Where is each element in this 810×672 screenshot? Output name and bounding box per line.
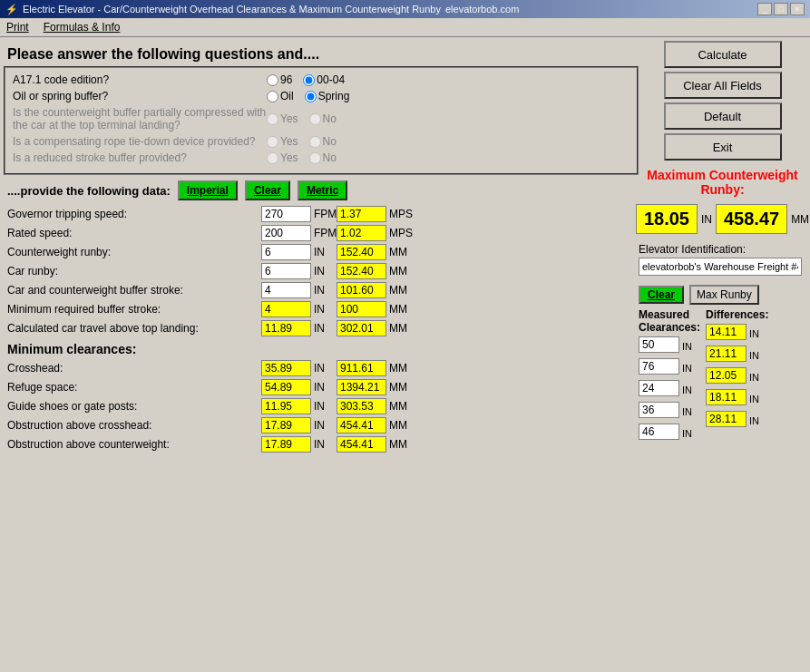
data-section: ....provide the following data: Imperial… bbox=[4, 180, 639, 336]
clear-data-button[interactable]: Clear bbox=[245, 180, 290, 200]
diff-input-2[interactable] bbox=[706, 367, 747, 384]
differences-col: Differences: IN IN IN I bbox=[706, 308, 768, 433]
app-icon: ⚡ bbox=[5, 4, 18, 15]
clear-measured-button[interactable]: Clear bbox=[639, 286, 684, 304]
obs-cw-metric-input[interactable] bbox=[337, 436, 386, 453]
exit-button[interactable]: Exit bbox=[664, 133, 782, 161]
max-runby-button[interactable]: Max Runby bbox=[689, 285, 759, 305]
question-label-5: Is a reduced stroke buffer provided? bbox=[13, 151, 267, 164]
radio-q4-no bbox=[309, 136, 321, 148]
buffer-stroke-input[interactable] bbox=[261, 282, 311, 298]
radio-q1-0004[interactable] bbox=[303, 74, 315, 86]
obs-cw-unit: IN bbox=[311, 438, 337, 451]
clearance-label-4: Obstruction above counterweight: bbox=[7, 438, 261, 451]
diff-row-1: IN bbox=[706, 346, 768, 365]
diff-unit-2: IN bbox=[749, 372, 766, 383]
min-clearances-section: Minimum clearances: Crosshead: IN MM Ref… bbox=[4, 342, 639, 453]
guide-shoes-input[interactable] bbox=[261, 398, 311, 414]
rated-speed-input[interactable] bbox=[261, 225, 311, 241]
car-travel-input[interactable] bbox=[261, 320, 311, 336]
radio-group-4: Yes No bbox=[267, 135, 344, 148]
differences-col-header: Differences: bbox=[706, 308, 768, 321]
radio-q4-yes bbox=[267, 136, 278, 148]
right-panel: Calculate Clear All Fields Default Exit … bbox=[639, 41, 806, 455]
governor-speed-input[interactable] bbox=[261, 206, 311, 222]
default-button[interactable]: Default bbox=[664, 102, 782, 130]
car-runby-metric-input[interactable] bbox=[337, 263, 386, 279]
measured-input-2[interactable] bbox=[639, 380, 679, 396]
diff-input-3[interactable] bbox=[706, 389, 747, 405]
title-bar: ⚡ Electric Elevator - Car/Counterweight … bbox=[0, 0, 810, 18]
radio-q3-yes-label: Yes bbox=[280, 112, 298, 125]
close-button[interactable]: × bbox=[790, 3, 805, 15]
obs-cw-input[interactable] bbox=[261, 436, 311, 453]
obs-crosshead-metric-input[interactable] bbox=[337, 417, 386, 433]
measured-input-3[interactable] bbox=[639, 402, 679, 418]
clear-all-fields-button[interactable]: Clear All Fields bbox=[664, 72, 782, 99]
min-buffer-stroke-input[interactable] bbox=[261, 301, 311, 317]
measured-header: Clear Max Runby bbox=[639, 285, 806, 305]
diff-input-4[interactable] bbox=[706, 411, 747, 427]
min-buffer-stroke-metric-unit: MM bbox=[386, 303, 412, 316]
cw-runby-metric-input[interactable] bbox=[337, 244, 386, 260]
radio-q5-no-label: No bbox=[323, 151, 337, 164]
menu-print[interactable]: Print bbox=[4, 20, 32, 34]
governor-speed-metric-input[interactable] bbox=[337, 206, 386, 222]
obs-crosshead-unit: IN bbox=[311, 419, 337, 432]
minimize-button[interactable]: _ bbox=[757, 3, 772, 15]
diff-row-4: IN bbox=[706, 411, 768, 430]
runby-values: 18.05 IN 458.47 MM bbox=[636, 204, 809, 234]
radio-q2-spring[interactable] bbox=[305, 91, 317, 102]
car-runby-metric-unit: MM bbox=[386, 265, 412, 278]
measured-input-1[interactable] bbox=[639, 358, 679, 375]
refuge-metric-unit: MM bbox=[386, 381, 412, 394]
question-label-4: Is a compensating rope tie-down device p… bbox=[13, 135, 267, 148]
question-row-4: Is a compensating rope tie-down device p… bbox=[13, 135, 629, 148]
diff-input-1[interactable] bbox=[706, 346, 747, 362]
car-travel-metric-unit: MM bbox=[386, 322, 412, 335]
menu-formulas[interactable]: Formulas & Info bbox=[41, 20, 123, 34]
car-runby-input[interactable] bbox=[261, 263, 311, 279]
radio-q1-96[interactable] bbox=[267, 74, 278, 86]
radio-group-5: Yes No bbox=[267, 151, 344, 164]
maximize-button[interactable]: □ bbox=[774, 3, 788, 15]
min-buffer-stroke-metric-input[interactable] bbox=[337, 301, 386, 317]
imperial-button[interactable]: Imperial bbox=[178, 180, 238, 200]
calculate-button[interactable]: Calculate bbox=[664, 41, 782, 68]
radio-q2-oil[interactable] bbox=[267, 91, 278, 102]
radio-q2-spring-label: Spring bbox=[318, 90, 350, 102]
measured-unit-4: IN bbox=[682, 428, 698, 439]
radio-group-1: 96 00-04 bbox=[267, 73, 352, 86]
clearance-label-1: Refuge space: bbox=[7, 381, 261, 394]
rated-speed-metric-input[interactable] bbox=[337, 225, 386, 241]
metric-button[interactable]: Metric bbox=[298, 180, 347, 200]
elevator-id-section: Elevator Identification: bbox=[639, 243, 806, 276]
elevator-id-input[interactable] bbox=[639, 258, 802, 276]
clearance-row-3: Obstruction above crosshead: IN MM bbox=[7, 417, 635, 433]
diff-input-0[interactable] bbox=[706, 324, 747, 340]
crosshead-metric-input[interactable] bbox=[337, 360, 386, 376]
diff-row-2: IN bbox=[706, 367, 768, 386]
buffer-stroke-metric-input[interactable] bbox=[337, 282, 386, 298]
data-row-2: Counterweight runby: IN MM bbox=[7, 244, 635, 260]
menu-bar: Print Formulas & Info bbox=[0, 18, 810, 37]
radio-q3-yes bbox=[267, 113, 278, 125]
clearance-row-4: Obstruction above counterweight: IN MM bbox=[7, 436, 635, 453]
question-label-1: A17.1 code edition? bbox=[13, 73, 267, 86]
measured-row-2: IN bbox=[639, 380, 700, 399]
title-bar-text: Electric Elevator - Car/Counterweight Ov… bbox=[23, 4, 441, 15]
data-label-0: Governor tripping speed: bbox=[7, 208, 261, 220]
question-row-3: Is the counterweight buffer partially co… bbox=[13, 106, 629, 131]
refuge-metric-input[interactable] bbox=[337, 379, 386, 395]
rated-speed-unit: FPM bbox=[311, 227, 337, 239]
cw-runby-input[interactable] bbox=[261, 244, 311, 260]
crosshead-input[interactable] bbox=[261, 360, 311, 376]
runby-unit-in: IN bbox=[701, 213, 712, 226]
measured-input-4[interactable] bbox=[639, 424, 679, 440]
car-travel-metric-input[interactable] bbox=[337, 320, 386, 336]
measured-section: Clear Max Runby MeasuredClearances: IN I… bbox=[639, 285, 806, 445]
guide-shoes-metric-input[interactable] bbox=[337, 398, 386, 414]
refuge-input[interactable] bbox=[261, 379, 311, 395]
obs-crosshead-input[interactable] bbox=[261, 417, 311, 433]
measured-input-0[interactable] bbox=[639, 336, 679, 353]
